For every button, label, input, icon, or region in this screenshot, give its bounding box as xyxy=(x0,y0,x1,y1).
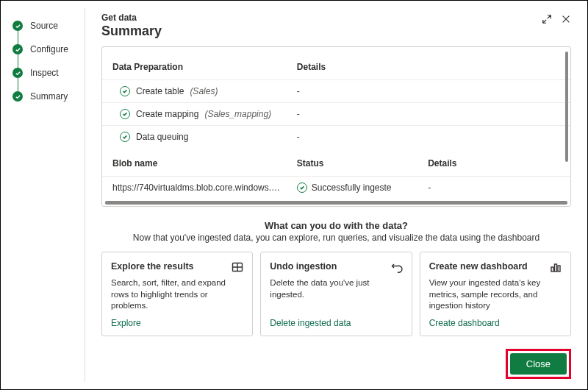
blob-status: Successfully ingeste xyxy=(312,182,392,193)
step-label: Summary xyxy=(30,91,68,102)
page-title: Summary xyxy=(101,24,162,39)
check-icon xyxy=(12,44,23,54)
summary-panel: Data Preparation Details Create table (S… xyxy=(101,46,571,207)
col-details: Details xyxy=(290,47,570,80)
step-summary[interactable]: Summary xyxy=(12,85,78,108)
close-button[interactable]: Close xyxy=(510,353,567,375)
card-title: Undo ingestion xyxy=(270,261,337,272)
action-cards: Explore the results Search, sort, filter… xyxy=(101,252,571,336)
card-body: Delete the data you've just ingested. xyxy=(270,277,402,312)
header-titles: Get data Summary xyxy=(101,13,162,39)
close-icon[interactable] xyxy=(561,14,571,24)
scrollbar-horizontal[interactable] xyxy=(105,201,567,205)
check-icon xyxy=(12,68,23,78)
highlight-box: Close xyxy=(506,349,571,379)
prep-row: Data queuing - xyxy=(102,126,570,149)
undo-icon xyxy=(391,261,403,273)
svg-rect-2 xyxy=(554,264,556,272)
success-icon xyxy=(297,182,307,193)
prep-label: Create table xyxy=(136,86,184,96)
prep-row: Create table (Sales) - xyxy=(102,80,570,103)
card-explore: Explore the results Search, sort, filter… xyxy=(101,252,253,336)
blob-row: https://740virtualdms.blob.core.windows.… xyxy=(102,177,570,199)
blob-name: https://740virtualdms.blob.core.windows.… xyxy=(112,182,282,193)
summary-panel-inner: Data Preparation Details Create table (S… xyxy=(102,47,570,206)
step-inspect[interactable]: Inspect xyxy=(12,61,78,85)
step-configure[interactable]: Configure xyxy=(12,38,78,61)
prep-row: Create mapping (Sales_mapping) - xyxy=(102,103,570,126)
card-body: Search, sort, filter, and expand rows to… xyxy=(111,277,243,312)
check-icon xyxy=(12,91,23,102)
wizard-steps: Source Configure Inspect Summary xyxy=(12,14,78,108)
prep-em: (Sales) xyxy=(190,86,218,96)
helper-sub: Now that you've ingested data, you can e… xyxy=(101,233,571,243)
blob-details: - xyxy=(420,177,570,199)
card-link-create-dashboard[interactable]: Create dashboard xyxy=(429,318,562,328)
card-title: Create new dashboard xyxy=(429,261,528,272)
expand-icon[interactable] xyxy=(542,14,552,24)
svg-rect-1 xyxy=(551,267,553,272)
success-icon xyxy=(120,109,130,119)
helper-heading: What can you do with the data? xyxy=(101,220,571,231)
prep-details: - xyxy=(290,103,570,126)
step-label: Inspect xyxy=(30,68,59,78)
prep-details: - xyxy=(290,126,570,149)
prep-label: Create mapping xyxy=(136,109,198,119)
step-label: Configure xyxy=(30,44,68,54)
prep-label: Data queuing xyxy=(136,132,188,142)
window: Source Configure Inspect Summary Get dat… xyxy=(0,0,588,390)
dialog-footer: Close xyxy=(101,338,571,379)
step-label: Source xyxy=(30,21,58,31)
check-icon xyxy=(12,21,23,31)
card-link-delete[interactable]: Delete ingested data xyxy=(270,318,402,328)
svg-rect-3 xyxy=(558,266,560,272)
success-icon xyxy=(120,86,130,96)
success-icon xyxy=(120,132,130,142)
col-status: Status xyxy=(290,148,420,177)
card-dashboard: Create new dashboard View your ingested … xyxy=(420,252,571,336)
table-icon xyxy=(232,261,243,273)
step-source[interactable]: Source xyxy=(12,14,78,38)
wizard-sidebar: Source Configure Inspect Summary xyxy=(1,1,85,389)
card-undo: Undo ingestion Delete the data you've ju… xyxy=(260,252,412,336)
helper-section: What can you do with the data? Now that … xyxy=(101,220,571,243)
prep-em: (Sales_mapping) xyxy=(204,109,271,119)
header-actions xyxy=(542,13,571,24)
card-link-explore[interactable]: Explore xyxy=(111,318,243,328)
col-blob-name: Blob name xyxy=(102,148,290,177)
bar-chart-icon xyxy=(550,261,562,273)
blob-table: Blob name Status Details https://740virt… xyxy=(102,148,570,199)
card-body: View your ingested data's key metrics, s… xyxy=(429,277,562,312)
page-header: Get data Summary xyxy=(101,13,571,39)
main-content: Get data Summary Data Preparation Detail… xyxy=(85,1,587,389)
card-title: Explore the results xyxy=(111,261,194,272)
scrollbar-vertical[interactable] xyxy=(565,52,568,162)
prep-details: - xyxy=(290,80,570,103)
col-data-preparation: Data Preparation xyxy=(102,47,290,80)
header-eyebrow: Get data xyxy=(101,13,162,23)
data-prep-table: Data Preparation Details Create table (S… xyxy=(102,47,570,148)
col-details: Details xyxy=(420,148,570,177)
